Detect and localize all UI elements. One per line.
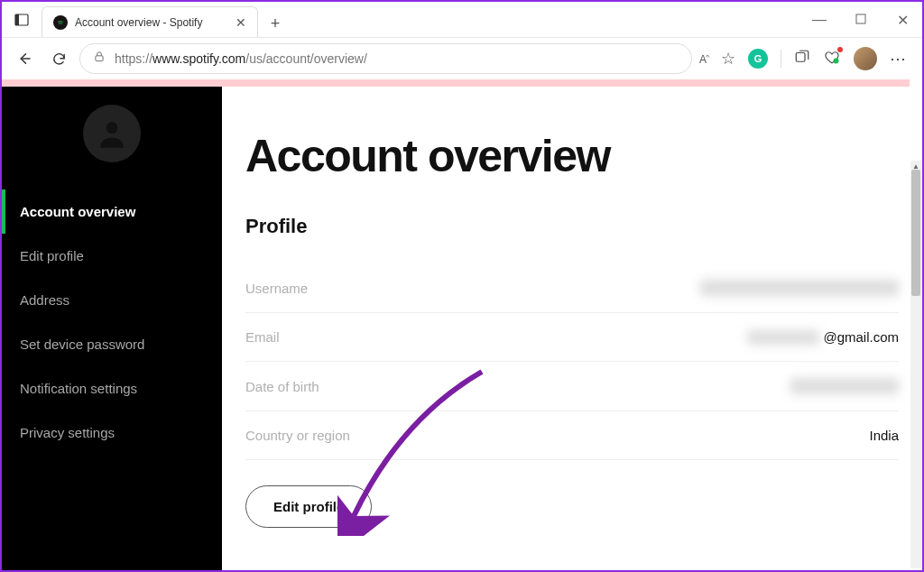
edit-profile-button[interactable]: Edit profile <box>245 485 372 528</box>
page-title: Account overview <box>245 130 899 182</box>
grammarly-extension-icon[interactable]: G <box>748 49 768 69</box>
svg-rect-5 <box>796 53 805 62</box>
profile-avatar-icon[interactable] <box>854 47 877 70</box>
dob-value-redacted: hidden <box>790 378 899 394</box>
svg-point-6 <box>834 59 839 64</box>
sidebar-item-label: Set device password <box>20 337 144 352</box>
svg-rect-1 <box>15 14 19 25</box>
svg-rect-3 <box>856 14 865 23</box>
spotify-favicon <box>53 15 68 30</box>
svg-rect-4 <box>96 56 103 61</box>
window-maximize-button[interactable] <box>848 12 873 28</box>
email-domain: @gmail.com <box>823 329 899 345</box>
read-aloud-icon[interactable]: A𝄐 <box>699 52 708 66</box>
profile-row-email: Email hidden @gmail.com <box>245 313 899 362</box>
scrollbar-thumb[interactable] <box>911 170 920 296</box>
profile-section-title: Profile <box>245 215 899 238</box>
sidebar-avatar-placeholder <box>83 105 141 162</box>
sidebar-item-address[interactable]: Address <box>2 278 222 322</box>
main-content: Account overview Profile Username hidden… <box>222 87 922 570</box>
field-label: Email <box>245 329 280 345</box>
collections-icon[interactable] <box>794 49 810 69</box>
browser-toolbar: https://www.spotify.com/us/account/overv… <box>2 38 922 79</box>
sidebar-item-set-device-password[interactable]: Set device password <box>2 322 222 366</box>
field-label: Username <box>245 281 308 296</box>
favorite-star-icon[interactable]: ☆ <box>721 49 735 69</box>
country-value: India <box>869 428 899 443</box>
sidebar-item-label: Account overview <box>20 204 135 219</box>
back-button[interactable] <box>11 45 38 72</box>
profile-row-username: Username hidden <box>245 263 899 313</box>
sidebar-item-label: Address <box>20 292 69 308</box>
window-minimize-button[interactable]: — <box>807 12 832 28</box>
more-menu-icon[interactable]: ⋯ <box>890 49 908 69</box>
svg-point-7 <box>106 122 118 134</box>
address-bar[interactable]: https://www.spotify.com/us/account/overv… <box>79 43 692 74</box>
account-sidebar: Account overview Edit profile Address Se… <box>2 87 222 570</box>
email-localpart-redacted: hidden <box>747 330 819 345</box>
new-tab-button[interactable]: + <box>262 10 289 37</box>
profile-table: Username hidden Email hidden @gmail.com … <box>245 263 899 460</box>
profile-row-dob: Date of birth hidden <box>245 362 899 411</box>
sidebar-item-privacy-settings[interactable]: Privacy settings <box>2 411 222 455</box>
window-close-button[interactable]: ✕ <box>890 12 915 29</box>
tab-close-icon[interactable]: ✕ <box>236 15 246 30</box>
site-info-icon[interactable] <box>93 51 106 67</box>
sidebar-item-label: Notification settings <box>20 381 137 396</box>
profile-row-country: Country or region India <box>245 411 899 460</box>
tab-title: Account overview - Spotify <box>75 16 202 29</box>
sidebar-item-label: Edit profile <box>20 248 84 263</box>
browser-tab-active[interactable]: Account overview - Spotify ✕ <box>42 6 258 37</box>
field-label: Country or region <box>245 428 350 443</box>
extension-icon[interactable] <box>823 49 841 69</box>
sidebar-item-edit-profile[interactable]: Edit profile <box>2 234 222 278</box>
sidebar-item-account-overview[interactable]: Account overview <box>2 189 222 234</box>
refresh-button[interactable] <box>45 45 72 72</box>
browser-titlebar: Account overview - Spotify ✕ + — ✕ <box>2 2 922 38</box>
tab-actions-icon[interactable] <box>2 13 42 27</box>
sidebar-item-label: Privacy settings <box>20 425 115 440</box>
sidebar-item-notification-settings[interactable]: Notification settings <box>2 366 222 411</box>
vertical-scrollbar[interactable]: ▲ <box>910 161 921 568</box>
notification-banner <box>2 79 910 87</box>
separator <box>781 50 781 68</box>
username-value-redacted: hidden <box>700 280 899 296</box>
field-label: Date of birth <box>245 379 319 394</box>
url-text: https://www.spotify.com/us/account/overv… <box>115 51 367 66</box>
